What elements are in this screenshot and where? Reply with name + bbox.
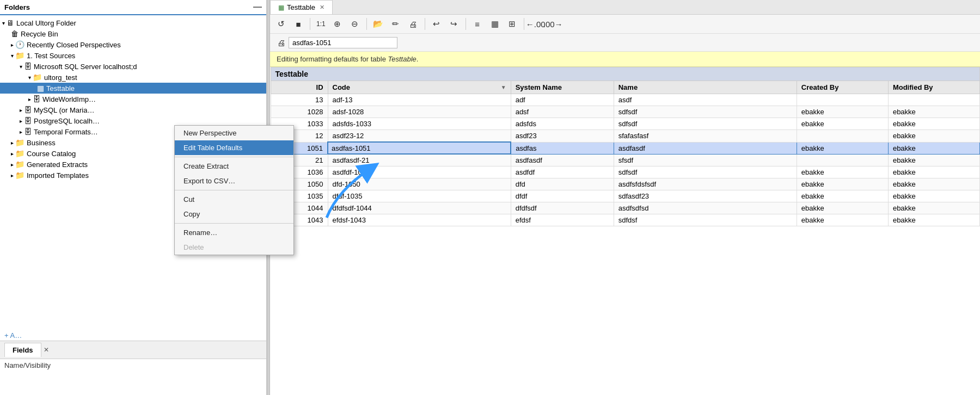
table-row[interactable]: 1035dfdf-1035dfdfsdfasdf23ebakkeebakke [271,190,980,202]
toolbar-sep-2 [366,18,367,30]
refresh-button[interactable]: ↺ [273,17,289,31]
search-input[interactable] [289,37,397,48]
tree-item-postgresql[interactable]: ▸🗄PostgreSQL localh… [0,115,266,126]
cell-created [797,130,888,143]
tree-item-ultorg-test[interactable]: ▾📁ultorg_test [0,72,266,83]
tree-item-label: Temporal Formats… [34,128,98,136]
fields-tab[interactable]: Fields [4,343,41,357]
tree-item-testtable[interactable]: ▦Testtable [0,83,266,94]
cell-name: asdfsdfsd [614,202,797,214]
context-menu: New PerspectiveEdit Table DefaultsCreate… [174,125,294,255]
tree-item-icon: 📁 [15,51,24,60]
chevron-icon: ▸ [11,151,14,157]
table-row[interactable]: 1051asdfas-1051asdfasasdfasdfebakkeebakk… [271,142,980,154]
tab-label: Testtable [287,3,315,11]
context-menu-separator [175,190,293,190]
tree-item-mssql[interactable]: ▾🗄Microsoft SQL Server localhost;d [0,61,266,72]
tree-item-local-folder[interactable]: ▾🖥Local Ultorg Folder [0,17,266,28]
nav-left-button[interactable]: ←.00 [528,17,543,31]
table-row[interactable]: 1044dfdfsdf-1044dfdfsdfasdfsdfsdebakkeeb… [271,202,980,214]
tree-item-recently-closed[interactable]: ▸🕐Recently Closed Perspectives [0,39,266,50]
add-button[interactable]: + A… [4,331,22,340]
context-menu-item-delete: Delete [175,240,293,255]
folders-header: Folders — [0,0,266,15]
cell-id: 13 [271,94,328,106]
col-header-modified[interactable]: Modified By [888,81,979,94]
cell-modified: ebakke [888,106,979,118]
nav-right-button[interactable]: .00→ [546,17,561,31]
open-button[interactable]: 📂 [371,17,386,31]
zoom-in-button[interactable]: ⊕ [330,17,345,31]
print-button[interactable]: 🖨 [406,17,421,31]
tree-item-recycle-bin[interactable]: 🗑Recycle Bin [0,28,266,39]
col-header-code[interactable]: Code ▼ [328,81,511,94]
edit-button[interactable]: ✏ [388,17,403,31]
context-menu-item-new-perspective[interactable]: New Perspective [175,126,293,140]
chevron-icon: ▾ [2,20,5,26]
grid-view-button[interactable]: ⊞ [505,17,520,31]
cell-code: efdsf-1043 [328,214,511,226]
code-dropdown-arrow[interactable]: ▼ [501,84,506,90]
cell-modified: ebakke [888,142,979,154]
chevron-icon: ▾ [28,75,31,81]
chevron-icon: ▸ [11,162,14,168]
minimize-button[interactable]: — [253,2,262,12]
fields-close[interactable]: ✕ [44,346,49,354]
cell-created [797,154,888,166]
table-view-button[interactable]: ▦ [487,17,503,31]
table-row[interactable]: 13adf-13adfasdf [271,94,980,106]
table-row[interactable]: 21asdfasdf-21asdfasdfsfsdfebakke [271,154,980,166]
table-group-header: Testtable [271,67,980,81]
zoom-out-button[interactable]: ⊖ [347,17,363,31]
context-menu-item-rename[interactable]: Rename… [175,225,293,240]
tree-item-label: Recycle Bin [21,30,58,38]
cell-modified: ebakke [888,202,979,214]
cell-code: adsf-1028 [328,106,511,118]
tree-item-icon: 🗄 [24,62,32,71]
tree-item-icon: 📁 [15,160,24,169]
cell-name: sdfdsf [614,214,797,226]
cell-created: ebakke [797,142,888,154]
undo-button[interactable]: ↩ [429,17,444,31]
testtable-tab[interactable]: ▦ Testtable ✕ [270,0,333,14]
context-menu-item-edit-table-defaults[interactable]: Edit Table Defaults [175,140,293,155]
tree-item-mysql[interactable]: ▸🗄MySQL (or Maria… [0,104,266,115]
col-header-id[interactable]: ID [271,81,328,94]
data-table: Testtable ID Code ▼ System Name Name Cre… [270,67,980,226]
tab-close-button[interactable]: ✕ [320,4,324,11]
cell-code: dfd-1050 [328,178,511,190]
context-menu-item-cut[interactable]: Cut [175,192,293,207]
context-menu-item-create-extract[interactable]: Create Extract [175,159,293,174]
tree-item-wideworldimp[interactable]: ▸🗄WideWorldImp… [0,94,266,104]
table-row[interactable]: 1043efdsf-1043efdsfsdfdsfebakkeebakke [271,214,980,226]
toolbar-sep-4 [465,18,466,30]
cell-code: asdf23-12 [328,130,511,143]
col-header-systemname[interactable]: System Name [511,81,614,94]
chevron-icon: ▾ [20,64,22,70]
tree-item-icon: 🗄 [24,106,32,114]
toolbar: ↺ ■ 1:1 ⊕ ⊖ 📂 ✏ 🖨 ↩ ↪ ≡ ▦ ⊞ ←.00 .00→ [270,15,980,34]
context-menu-item-copy[interactable]: Copy [175,207,293,221]
cell-systemname: dfd [511,178,614,190]
list-view-button[interactable]: ≡ [470,17,485,31]
table-row[interactable]: 1033adsfds-1033adsfdssdfsdfebakkeebakke [271,118,980,130]
chevron-icon: ▸ [11,42,14,48]
table-row[interactable]: 1028adsf-1028adsfsdfsdfebakkeebakke [271,106,980,118]
context-menu-item-export-csv[interactable]: Export to CSV… [175,174,293,188]
right-panel: ▦ Testtable ✕ ↺ ■ 1:1 ⊕ ⊖ 📂 ✏ 🖨 ↩ ↪ ≡ ▦ … [270,0,980,395]
table-row[interactable]: 12asdf23-12asdf23sfafasfasfebakke [271,130,980,143]
cell-modified [888,94,979,106]
col-header-created[interactable]: Created By [797,81,888,94]
tree-item-label: Imported Templates [27,171,89,180]
redo-button[interactable]: ↪ [446,17,462,31]
stop-button[interactable]: ■ [291,17,306,31]
cell-name: asdfsfdsfsdf [614,178,797,190]
cell-modified: ebakke [888,166,979,178]
tree-item-test-sources[interactable]: ▾📁1. Test Sources [0,50,266,61]
table-row[interactable]: 1036asdfdf-1036asdfdfsdfsdfebakkeebakke [271,166,980,178]
table-row[interactable]: 1050dfd-1050dfdasdfsfdsfsdfebakkeebakke [271,178,980,190]
cell-code: dfdfsdf-1044 [328,202,511,214]
print-small-button[interactable]: 🖨 [273,35,289,50]
tab-bar: ▦ Testtable ✕ [270,0,980,15]
col-header-name[interactable]: Name [614,81,797,94]
